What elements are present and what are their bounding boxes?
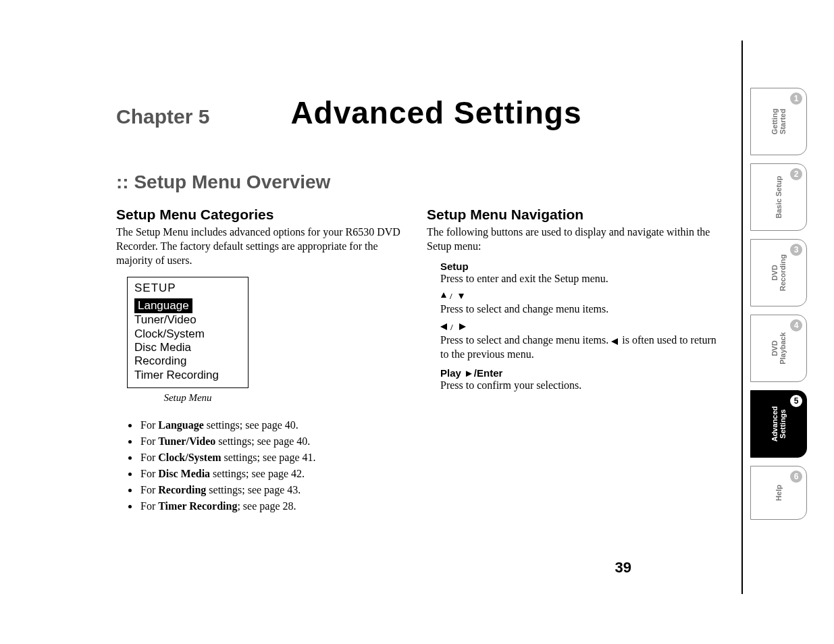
navigation-list: Setup Press to enter and exit the Setup … <box>427 261 717 393</box>
menu-item-language: Language <box>134 298 192 313</box>
tab-label: Help <box>775 485 783 501</box>
setup-menu-figure: SETUP Language Tuner/Video Clock/System … <box>127 277 407 404</box>
right-column: Setup Menu Navigation The following butt… <box>427 207 717 514</box>
setup-menu-title: SETUP <box>134 281 241 295</box>
svg-text:/: / <box>450 322 453 331</box>
tab-number-badge: 2 <box>790 168 802 180</box>
up-down-arrow-icon: / <box>440 291 717 302</box>
tab-dvd-playback[interactable]: 4 DVDPlayback <box>750 315 807 382</box>
reference-list: For Language settings; see page 40. For … <box>116 417 407 514</box>
tab-basic-setup[interactable]: 2 Basic Setup <box>750 163 807 231</box>
nav-term-setup: Setup <box>440 261 717 272</box>
tab-help[interactable]: 6 Help <box>750 466 807 520</box>
left-intro: The Setup Menu includes advanced options… <box>116 225 407 267</box>
ref-item: For Recording settings; see page 43. <box>139 482 407 498</box>
ref-item: For Clock/System settings; see page 41. <box>139 450 407 466</box>
menu-item-recording: Recording <box>134 354 241 368</box>
ref-item: For Tuner/Video settings; see page 40. <box>139 433 407 450</box>
page-number: 39 <box>615 559 631 576</box>
menu-item-clock-system: Clock/System <box>134 327 241 341</box>
tab-number-badge: 1 <box>790 92 802 105</box>
tab-label: Basic Setup <box>775 176 783 219</box>
svg-marker-5 <box>459 323 466 330</box>
tab-label: GettingStarted <box>771 109 787 135</box>
svg-text:/: / <box>449 291 452 300</box>
setup-menu-box: SETUP Language Tuner/Video Clock/System … <box>127 277 249 388</box>
section-heading: :: Setup Menu Overview <box>0 138 746 200</box>
menu-item-timer-recording: Timer Recording <box>134 369 241 382</box>
figure-caption: Setup Menu <box>127 392 249 404</box>
tab-dvd-recording[interactable]: 3 DVDRecording <box>750 239 807 306</box>
tab-number-badge: 4 <box>790 319 802 331</box>
svg-marker-0 <box>441 292 446 298</box>
content-columns: Setup Menu Categories The Setup Menu inc… <box>0 200 746 514</box>
right-intro: The following buttons are used to displa… <box>427 225 717 254</box>
tab-number-badge: 5 <box>790 395 802 407</box>
tab-advanced-settings[interactable]: 5 AdvancedSettings <box>750 390 807 458</box>
left-arrow-icon <box>611 338 619 345</box>
left-subheading: Setup Menu Categories <box>116 207 407 223</box>
tab-number-badge: 3 <box>790 244 802 256</box>
nav-desc: Press to select and change menu items. <box>440 302 717 317</box>
nav-desc: Press to enter and exit the Setup menu. <box>440 272 717 286</box>
side-tab-strip: 1 GettingStarted 2 Basic Setup 3 DVDReco… <box>750 88 807 520</box>
menu-item-disc-media: Disc Media <box>134 341 241 354</box>
left-column: Setup Menu Categories The Setup Menu inc… <box>116 207 407 514</box>
tab-label: DVDPlayback <box>771 332 787 365</box>
tab-number-badge: 6 <box>790 471 802 483</box>
chapter-title: Advanced Settings <box>290 95 581 131</box>
nav-term-play-enter: Play ►/Enter <box>440 367 717 379</box>
svg-marker-6 <box>611 338 618 345</box>
tab-label: DVDRecording <box>771 254 787 291</box>
ref-item: For Timer Recording; see page 28. <box>139 498 407 514</box>
nav-desc: Press to confirm your selections. <box>440 379 717 393</box>
svg-marker-2 <box>459 294 464 299</box>
ref-item: For Disc Media settings; see page 42. <box>139 466 407 482</box>
svg-marker-3 <box>440 323 447 330</box>
left-right-arrow-icon: / <box>440 322 717 333</box>
chapter-label: Chapter 5 <box>116 105 209 128</box>
ref-item: For Language settings; see page 40. <box>139 417 407 433</box>
chapter-header: Chapter 5 Advanced Settings <box>0 41 746 138</box>
page-edge-line <box>741 41 743 594</box>
right-subheading: Setup Menu Navigation <box>427 207 717 223</box>
tab-getting-started[interactable]: 1 GettingStarted <box>750 88 807 155</box>
nav-desc: Press to select and change menu items. i… <box>440 333 717 362</box>
menu-item-tuner-video: Tuner/Video <box>134 313 241 327</box>
tab-label: AdvancedSettings <box>771 406 787 442</box>
page: Chapter 5 Advanced Settings :: Setup Men… <box>0 0 746 644</box>
